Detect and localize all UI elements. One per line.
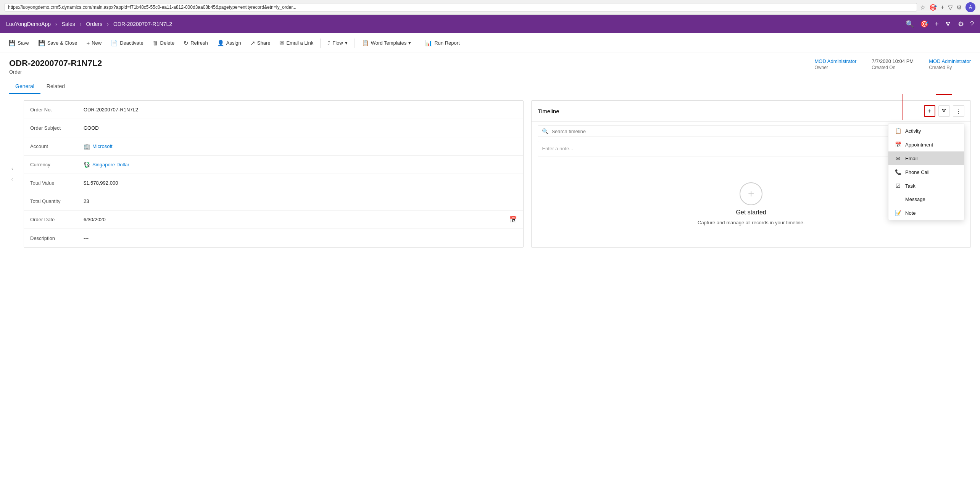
deactivate-button[interactable]: 📄 Deactivate	[107, 37, 147, 49]
calendar-icon[interactable]: 📅	[509, 216, 517, 223]
word-templates-icon: 📋	[362, 40, 369, 47]
value-total-value: $1,578,992.000	[84, 180, 118, 186]
owner-label: Owner	[815, 65, 857, 70]
collapse-arrow-2[interactable]: ‹	[9, 175, 15, 183]
record-type: Order	[9, 69, 102, 75]
browser-icons: ☆ 🎯 + ▽ ⚙ A	[920, 2, 975, 12]
owner-value[interactable]: MOD Administrator	[815, 58, 857, 64]
word-templates-button[interactable]: 📋 Word Templates ▾	[358, 37, 415, 49]
timeline-section: Timeline + ⛛ ⋮ 🔍 Enter a note... 📎 +	[531, 100, 971, 248]
tab-related[interactable]: Related	[40, 79, 71, 94]
label-order-no: Order No.	[30, 107, 84, 113]
currency-link-icon: 💱	[84, 162, 90, 168]
app-header-left: LuoYongDemoApp › Sales › Orders › ODR-20…	[6, 21, 172, 27]
flow-button[interactable]: ⤴ Flow ▾	[324, 37, 351, 48]
label-order-subject: Order Subject	[30, 125, 84, 131]
search-icon[interactable]: 🔍	[906, 20, 914, 28]
dropdown-item-message[interactable]: Message	[888, 193, 964, 206]
created-on-value: 7/7/2020 10:04 PM	[872, 58, 914, 64]
tabs: General Related	[0, 79, 980, 94]
value-order-no: ODR-20200707-R1N7L2	[84, 107, 138, 113]
filter-browser-icon[interactable]: ▽	[948, 4, 953, 11]
dropdown-label-phone-call: Phone Call	[905, 169, 930, 175]
collapse-arrow-1[interactable]: ‹	[9, 165, 15, 172]
timeline-add-button[interactable]: +	[924, 105, 935, 117]
word-templates-chevron-icon: ▾	[408, 40, 411, 46]
gear-icon[interactable]: ⚙	[958, 20, 964, 28]
value-order-date: 6/30/2020	[84, 217, 106, 222]
tab-general[interactable]: General	[9, 79, 40, 94]
timeline-filter-button[interactable]: ⛛	[938, 105, 950, 117]
activity-icon: 📋	[895, 128, 901, 134]
svg-rect-0	[936, 94, 952, 95]
label-description: Description	[30, 235, 84, 241]
timeline-header: Timeline + ⛛ ⋮	[532, 101, 970, 122]
value-order-subject: GOOD	[84, 125, 99, 131]
value-currency[interactable]: 💱 Singapore Dollar	[84, 162, 129, 168]
created-by-label: Created By	[929, 65, 971, 70]
form-row-description: Description ---	[24, 229, 523, 247]
form-row-order-no: Order No. ODR-20200707-R1N7L2	[24, 101, 523, 119]
flow-icon: ⤴	[327, 40, 330, 46]
value-account[interactable]: 🏢 Microsoft	[84, 143, 113, 150]
add-icon[interactable]: +	[935, 20, 939, 28]
timeline-search-icon: 🔍	[542, 128, 548, 134]
help-icon[interactable]: ?	[970, 20, 974, 28]
refresh-button[interactable]: ↻ Refresh	[180, 37, 212, 49]
persona-icon[interactable]: 🎯	[929, 4, 937, 11]
timeline-dropdown-menu: 📋 Activity 📅 Appointment ✉ Email 📞 Phone…	[888, 124, 964, 220]
breadcrumb-sep-1: ›	[55, 21, 57, 27]
run-report-button[interactable]: 📊 Run Report	[421, 37, 463, 49]
settings-browser-icon[interactable]: ⚙	[956, 4, 962, 11]
dropdown-label-email: Email	[905, 156, 918, 161]
funnel-icon[interactable]: ⛛	[945, 20, 952, 28]
browser-url[interactable]: https://luoyongdemo.crm5.dynamics.com/ma…	[5, 3, 917, 11]
record-title: ODR-20200707-R1N7L2	[9, 58, 102, 68]
app-header-right: 🔍 🎯 + ⛛ ⚙ ?	[906, 20, 974, 28]
target-icon[interactable]: 🎯	[920, 20, 928, 28]
flow-chevron-icon: ▾	[345, 40, 348, 46]
dropdown-item-task[interactable]: ☑ Task	[888, 179, 964, 193]
delete-button[interactable]: 🗑 Delete	[149, 37, 179, 48]
email-link-button[interactable]: ✉ Email a Link	[276, 37, 317, 49]
breadcrumb-orders[interactable]: Orders	[86, 21, 102, 27]
browser-bar: https://luoyongdemo.crm5.dynamics.com/ma…	[0, 0, 980, 15]
dropdown-item-note[interactable]: 📝 Note	[888, 206, 964, 220]
created-by-value[interactable]: MOD Administrator	[929, 58, 971, 64]
dropdown-item-appointment[interactable]: 📅 Appointment	[888, 138, 964, 151]
save-icon: 💾	[8, 40, 16, 47]
share-button[interactable]: ↗ Share	[247, 37, 274, 49]
browser-avatar[interactable]: A	[965, 2, 975, 12]
delete-icon: 🗑	[153, 40, 158, 46]
label-currency: Currency	[30, 162, 84, 167]
dropdown-item-phone-call[interactable]: 📞 Phone Call	[888, 165, 964, 179]
label-order-date: Order Date	[30, 217, 84, 222]
app-name[interactable]: LuoYongDemoApp	[6, 21, 51, 27]
plus-browser-icon[interactable]: +	[941, 4, 944, 11]
note-placeholder[interactable]: Enter a note...	[542, 146, 573, 151]
star-icon[interactable]: ☆	[920, 4, 925, 11]
save-button[interactable]: 💾 Save	[5, 37, 33, 49]
record-identity: ODR-20200707-R1N7L2 Order	[9, 58, 102, 75]
form-row-order-date: Order Date 6/30/2020 📅	[24, 211, 523, 229]
dropdown-label-activity: Activity	[905, 128, 921, 134]
timeline-plus-circle[interactable]: +	[740, 182, 762, 205]
form-row-total-value: Total Value $1,578,992.000	[24, 174, 523, 192]
label-total-value: Total Value	[30, 180, 84, 186]
dropdown-label-appointment: Appointment	[905, 142, 933, 148]
record-owner: MOD Administrator Owner	[815, 58, 857, 70]
breadcrumb-sep-2: ›	[80, 21, 82, 27]
record-created-on: 7/7/2020 10:04 PM Created On	[872, 58, 914, 70]
assign-button[interactable]: 👤 Assign	[213, 37, 245, 49]
new-button[interactable]: + New	[82, 37, 105, 48]
dropdown-item-email[interactable]: ✉ Email	[888, 151, 964, 165]
appointment-icon: 📅	[895, 142, 901, 148]
get-started-sub: Capture and manage all records in your t…	[698, 220, 804, 225]
dropdown-item-activity[interactable]: 📋 Activity	[888, 124, 964, 138]
save-close-button[interactable]: 💾 Save & Close	[34, 37, 81, 49]
timeline-more-button[interactable]: ⋮	[953, 105, 964, 117]
account-link-icon: 🏢	[84, 143, 90, 150]
label-account: Account	[30, 143, 84, 149]
form-row-currency: Currency 💱 Singapore Dollar	[24, 156, 523, 174]
breadcrumb-sales[interactable]: Sales	[62, 21, 75, 27]
